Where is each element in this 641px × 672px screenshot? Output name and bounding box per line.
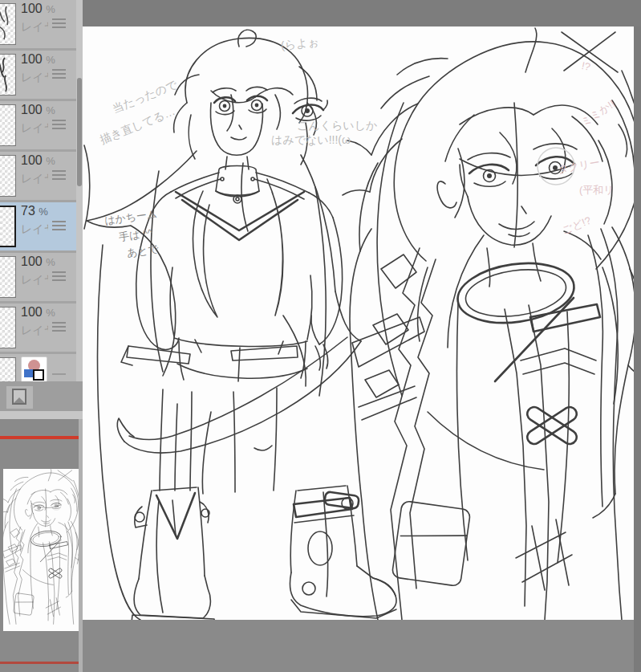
canvas-page-icon[interactable]: [6, 386, 33, 409]
hamburger-icon[interactable]: [52, 322, 66, 332]
layer-name: レイヤ: [21, 172, 48, 186]
layers-scrollbar-track[interactable]: [76, 0, 83, 411]
layer-thumbnail[interactable]: [0, 3, 16, 45]
drawing-canvas[interactable]: 当たったので 描き直してる… (らよぉ こんくらいしか はみでない!!!(ω は…: [83, 26, 634, 620]
hamburger-icon[interactable]: [52, 69, 66, 79]
layer-thumbnail[interactable]: [0, 54, 16, 96]
navigator-view-rect-bottom-edge: [0, 662, 79, 664]
layer-name: レイヤ: [21, 121, 48, 136]
layer-thumbnail[interactable]: [0, 357, 16, 381]
layer-opacity[interactable]: 100 %: [21, 153, 55, 168]
sketch-artwork: [83, 26, 634, 620]
hamburger-icon[interactable]: [52, 221, 66, 230]
paper-color-icon: [21, 356, 47, 381]
layer-name: レイヤ: [21, 20, 48, 35]
layer-name: レイヤ: [21, 222, 48, 237]
layer-row-paper[interactable]: [0, 354, 76, 381]
layer-thumbnail[interactable]: [0, 206, 16, 247]
layer-opacity[interactable]: 100 %: [21, 103, 55, 117]
layer-name: レイヤ: [21, 71, 48, 85]
layer-row[interactable]: 100 % レイヤ: [0, 303, 76, 352]
navigator-view-rect-top-edge: [0, 436, 79, 439]
layer-row[interactable]: 100 % レイヤ: [0, 0, 76, 48]
layer-opacity[interactable]: 100 %: [21, 52, 55, 67]
hamburger-icon[interactable]: [52, 18, 66, 28]
layer-row[interactable]: 100 % レイヤ: [0, 101, 76, 149]
layer-opacity[interactable]: 73 %: [21, 204, 48, 218]
left-panel-column: 100 % レイヤ 100 % レイヤ 100 % レイ: [0, 0, 83, 672]
layer-opacity[interactable]: 100 %: [21, 255, 55, 269]
layer-row[interactable]: 100 % レイヤ: [0, 51, 76, 99]
canvas-surround-right: [634, 26, 641, 672]
layer-list: 100 % レイヤ 100 % レイヤ 100 % レイ: [0, 0, 76, 381]
palette-toolbar: [0, 381, 83, 411]
layer-row-selected[interactable]: 73 % レイヤ: [0, 202, 76, 250]
layer-opacity[interactable]: 100 %: [21, 305, 55, 320]
hamburger-icon[interactable]: [52, 271, 66, 281]
layer-thumbnail[interactable]: [0, 155, 16, 197]
hamburger-icon[interactable]: [52, 373, 66, 381]
layer-row[interactable]: 100 % レイヤ: [0, 253, 76, 301]
layer-thumbnail[interactable]: [0, 256, 16, 298]
hamburger-icon[interactable]: [52, 120, 66, 129]
layer-thumbnail[interactable]: [0, 307, 16, 348]
layer-name: レイヤ: [21, 324, 48, 338]
layer-thumbnail[interactable]: [0, 104, 16, 146]
layers-scrollbar-thumb[interactable]: [77, 78, 82, 186]
canvas-surround-bottom: [83, 620, 634, 672]
navigator-preview-art: [3, 469, 79, 631]
navigator-canvas-preview[interactable]: [3, 469, 79, 631]
navigator-header-bar[interactable]: [0, 411, 83, 419]
layer-row[interactable]: 100 % レイヤ: [0, 152, 76, 200]
paint-app-window: 100 % レイヤ 100 % レイヤ 100 % レイ: [0, 0, 641, 672]
canvas-surround-top: [83, 0, 641, 26]
hamburger-icon[interactable]: [52, 170, 66, 180]
layer-opacity[interactable]: 100 %: [21, 2, 55, 16]
layer-name: レイヤ: [21, 273, 48, 287]
